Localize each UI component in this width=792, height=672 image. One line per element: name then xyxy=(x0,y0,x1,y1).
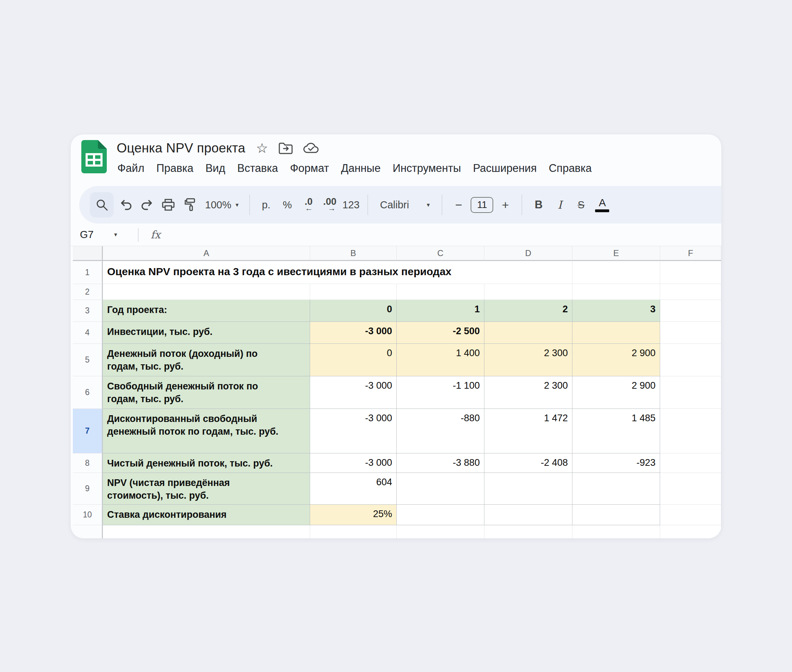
document-title[interactable]: Оценка NPV проекта xyxy=(117,141,245,156)
cell-D9[interactable] xyxy=(484,473,572,505)
cell-A5[interactable]: Денежный поток (доходный) по годам, тыс.… xyxy=(103,344,310,376)
search-icon[interactable] xyxy=(90,192,114,218)
cell-D6[interactable]: 2 300 xyxy=(484,376,572,409)
font-select[interactable]: Calibri ▾ xyxy=(375,192,435,218)
cell-B8[interactable]: -3 000 xyxy=(310,453,397,473)
cell-E2[interactable] xyxy=(572,284,660,300)
cell-B7[interactable]: -3 000 xyxy=(310,409,397,453)
menu-help[interactable]: Справка xyxy=(549,162,592,175)
increase-decimal-button[interactable]: .00 → xyxy=(321,192,339,218)
cell-D3[interactable]: 2 xyxy=(484,300,572,322)
cell-F2[interactable] xyxy=(660,284,721,300)
cell-C7[interactable]: -880 xyxy=(397,409,484,453)
cell-C8[interactable]: -3 880 xyxy=(397,453,484,473)
cell-D8[interactable]: -2 408 xyxy=(484,453,572,473)
cell-E7[interactable]: 1 485 xyxy=(572,409,660,453)
increase-font-size-button[interactable]: + xyxy=(496,192,514,218)
cell-C11[interactable] xyxy=(397,525,484,538)
cell-F8[interactable] xyxy=(660,453,721,473)
cell-E3[interactable]: 3 xyxy=(572,300,660,322)
menu-insert[interactable]: Вставка xyxy=(237,162,278,175)
menu-format[interactable]: Формат xyxy=(290,162,329,175)
cell-C4[interactable]: -2 500 xyxy=(397,322,484,344)
cell-E10[interactable] xyxy=(572,505,660,525)
cell-F4[interactable] xyxy=(660,322,721,344)
column-header-C[interactable]: C xyxy=(397,246,484,261)
cell-E4[interactable] xyxy=(572,322,660,344)
cell-A9[interactable]: NPV (чистая приведённая стоимость), тыс.… xyxy=(103,473,310,505)
cell-D11[interactable] xyxy=(484,525,572,538)
row-header-6[interactable]: 6 xyxy=(73,376,103,409)
cell-E11[interactable] xyxy=(572,525,660,538)
cell-A2[interactable] xyxy=(103,284,310,300)
cell-name-box[interactable]: G7 ▾ xyxy=(71,229,138,240)
cell-F1[interactable] xyxy=(660,261,721,284)
cell-D2[interactable] xyxy=(484,284,572,300)
bold-button[interactable]: B xyxy=(529,192,548,218)
strikethrough-button[interactable]: S xyxy=(572,192,590,218)
row-header-10[interactable]: 10 xyxy=(73,505,103,525)
more-formats-button[interactable]: 123 xyxy=(342,192,360,218)
cell-B11[interactable] xyxy=(310,525,397,538)
menu-view[interactable]: Вид xyxy=(206,162,225,175)
cell-C3[interactable]: 1 xyxy=(397,300,484,322)
cell-A10[interactable]: Ставка дисконтирования xyxy=(103,505,310,525)
cell-F11[interactable] xyxy=(660,525,721,538)
cell-B3[interactable]: 0 xyxy=(310,300,397,322)
row-header-11[interactable] xyxy=(73,525,103,538)
row-header-1[interactable]: 1 xyxy=(73,261,103,284)
cell-B5[interactable]: 0 xyxy=(310,344,397,376)
menu-extensions[interactable]: Расширения xyxy=(473,162,537,175)
cell-B4[interactable]: -3 000 xyxy=(310,322,397,344)
cell-E8[interactable]: -923 xyxy=(572,453,660,473)
cell-C5[interactable]: 1 400 xyxy=(397,344,484,376)
cell-F3[interactable] xyxy=(660,300,721,322)
column-header-E[interactable]: E xyxy=(572,246,660,261)
percent-format-button[interactable]: % xyxy=(278,192,297,218)
column-header-A[interactable]: A xyxy=(103,246,310,261)
zoom-select[interactable]: 100% ▾ xyxy=(201,192,242,218)
cell-E5[interactable]: 2 900 xyxy=(572,344,660,376)
cell-B6[interactable]: -3 000 xyxy=(310,376,397,409)
row-header-9[interactable]: 9 xyxy=(73,473,103,505)
cell-A6[interactable]: Свободный денежный поток по годам, тыс. … xyxy=(103,376,310,409)
italic-button[interactable]: I xyxy=(551,192,569,218)
cell-D5[interactable]: 2 300 xyxy=(484,344,572,376)
select-all-corner[interactable] xyxy=(73,246,103,261)
menu-tools[interactable]: Инструменты xyxy=(393,162,461,175)
menu-data[interactable]: Данные xyxy=(341,162,380,175)
column-header-B[interactable]: B xyxy=(310,246,397,261)
decrease-decimal-button[interactable]: .0 ← xyxy=(299,192,318,218)
column-header-F[interactable]: F xyxy=(660,246,721,261)
column-header-D[interactable]: D xyxy=(484,246,572,261)
row-header-4[interactable]: 4 xyxy=(73,322,103,344)
cell-D10[interactable] xyxy=(484,505,572,525)
cell-A3[interactable]: Год проекта: xyxy=(103,300,310,322)
text-color-button[interactable]: A xyxy=(593,192,612,218)
cell-A7[interactable]: Дисконтированный свободный денежный пото… xyxy=(103,409,310,453)
cell-C6[interactable]: -1 100 xyxy=(397,376,484,409)
cell-A4[interactable]: Инвестиции, тыс. руб. xyxy=(103,322,310,344)
cell-A11[interactable] xyxy=(103,525,310,538)
menu-file[interactable]: Файл xyxy=(117,162,144,175)
sheets-logo-icon[interactable] xyxy=(81,140,107,173)
row-header-3[interactable]: 3 xyxy=(73,300,103,322)
cell-A1[interactable]: Оценка NPV проекта на 3 года с ивестиция… xyxy=(103,261,310,284)
cell-F7[interactable] xyxy=(660,409,721,453)
decrease-font-size-button[interactable]: − xyxy=(449,192,468,218)
currency-format-button[interactable]: р. xyxy=(257,192,275,218)
cell-C2[interactable] xyxy=(397,284,484,300)
cell-F10[interactable] xyxy=(660,505,721,525)
cell-F9[interactable] xyxy=(660,473,721,505)
cell-C10[interactable] xyxy=(397,505,484,525)
row-header-5[interactable]: 5 xyxy=(73,344,103,376)
undo-icon[interactable] xyxy=(117,192,135,218)
cell-E9[interactable] xyxy=(572,473,660,505)
menu-edit[interactable]: Правка xyxy=(156,162,193,175)
row-header-8[interactable]: 8 xyxy=(73,453,103,473)
cell-F6[interactable] xyxy=(660,376,721,409)
print-icon[interactable] xyxy=(159,192,177,218)
cell-D7[interactable]: 1 472 xyxy=(484,409,572,453)
cell-D1[interactable] xyxy=(484,261,572,284)
cell-B10[interactable]: 25% xyxy=(310,505,397,525)
